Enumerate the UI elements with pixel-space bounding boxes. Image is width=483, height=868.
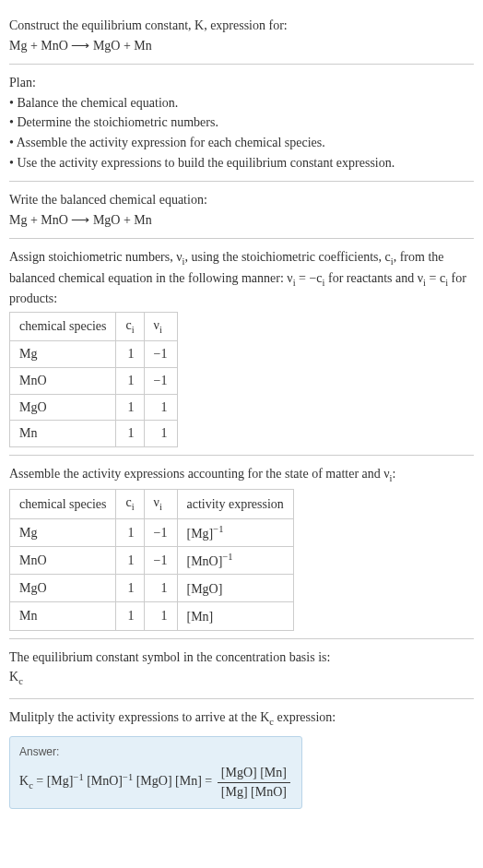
col-vi: νi bbox=[144, 490, 177, 518]
answer-mno: [MnO] bbox=[84, 774, 123, 788]
fraction-denominator: [Mg] [MnO] bbox=[218, 783, 290, 802]
answer-label: Answer: bbox=[19, 744, 292, 760]
kc-k: K bbox=[9, 670, 18, 684]
subscript-i: i bbox=[159, 502, 162, 512]
cell-species: Mn bbox=[10, 602, 116, 630]
cell-ci: 1 bbox=[116, 518, 144, 546]
cell-species: MnO bbox=[10, 546, 116, 574]
cell-vi: 1 bbox=[144, 602, 177, 630]
cell-species: MnO bbox=[10, 367, 116, 394]
cell-vi: −1 bbox=[144, 341, 177, 368]
table-header-row: chemical species ci νi activity expressi… bbox=[10, 490, 294, 518]
cell-vi: 1 bbox=[144, 421, 177, 447]
answer-expression: Kc = [Mg]−1 [MnO]−1 [MgO] [Mn] = [MgO] [… bbox=[19, 764, 292, 801]
intro-section: Construct the equilibrium constant, K, e… bbox=[9, 7, 474, 65]
answer-mg: = [Mg] bbox=[33, 774, 74, 788]
answer-section: Mulitply the activity expressions to arr… bbox=[9, 699, 474, 816]
stoich-text: Assign stoichiometric numbers, νi, using… bbox=[9, 248, 474, 308]
plan-section: Plan: • Balance the chemical equation. •… bbox=[9, 65, 474, 182]
table-row: Mg 1 −1 [Mg]−1 bbox=[10, 518, 294, 546]
cell-ci: 1 bbox=[116, 602, 144, 630]
activity-section: Assemble the activity expressions accoun… bbox=[9, 456, 474, 639]
cell-ci: 1 bbox=[116, 367, 144, 394]
intro-equation: Mg + MnO ⟶ MgO + Mn bbox=[9, 37, 474, 55]
act-exp: −1 bbox=[213, 524, 223, 534]
plan-item-2: • Determine the stoichiometric numbers. bbox=[9, 113, 474, 132]
cell-vi: −1 bbox=[144, 367, 177, 394]
col-ci: ci bbox=[116, 312, 144, 340]
plan-heading: Plan: bbox=[9, 74, 474, 92]
act-exp: −1 bbox=[222, 552, 232, 562]
stoich-text-e: for reactants and ν bbox=[324, 271, 423, 285]
table-row: MgO 1 1 [MgO] bbox=[10, 575, 294, 602]
cell-activity: [Mn] bbox=[177, 602, 293, 630]
answer-fraction: [MgO] [Mn][Mg] [MnO] bbox=[218, 764, 290, 801]
cell-vi: −1 bbox=[144, 546, 177, 574]
act-base: [Mg] bbox=[187, 526, 214, 540]
fraction-numerator: [MgO] [Mn] bbox=[218, 764, 290, 783]
cell-species: MgO bbox=[10, 394, 116, 421]
subscript-i: i bbox=[132, 502, 135, 512]
intro-text-1: Construct the equilibrium constant, K, e… bbox=[9, 18, 288, 32]
col-activity: activity expression bbox=[177, 490, 293, 518]
answer-rest: [MgO] [Mn] = bbox=[133, 774, 216, 788]
answer-box: Answer: Kc = [Mg]−1 [MnO]−1 [MgO] [Mn] =… bbox=[9, 736, 302, 809]
cell-ci: 1 bbox=[116, 421, 144, 447]
act-base: [Mn] bbox=[187, 610, 214, 624]
activity-text-a: Assemble the activity expressions accoun… bbox=[9, 467, 390, 481]
answer-k: K bbox=[19, 774, 29, 788]
cell-vi: −1 bbox=[144, 518, 177, 546]
cell-ci: 1 bbox=[116, 394, 144, 421]
cell-species: Mn bbox=[10, 421, 116, 447]
balanced-section: Write the balanced chemical equation: Mg… bbox=[9, 182, 474, 239]
subscript-i: i bbox=[159, 325, 162, 335]
col-species: chemical species bbox=[10, 490, 116, 518]
cell-species: Mg bbox=[10, 341, 116, 368]
table-row: MgO 1 1 bbox=[10, 394, 178, 421]
stoich-text-b: , using the stoichiometric coefficients,… bbox=[184, 250, 390, 264]
answer-exp2: −1 bbox=[123, 772, 133, 782]
cell-ci: 1 bbox=[116, 546, 144, 574]
stoich-section: Assign stoichiometric numbers, νi, using… bbox=[9, 239, 474, 455]
col-species: chemical species bbox=[10, 312, 116, 340]
activity-text: Assemble the activity expressions accoun… bbox=[9, 465, 474, 485]
multiply-text-a: Mulitply the activity expressions to arr… bbox=[9, 710, 269, 724]
kc-c: c bbox=[18, 676, 23, 686]
cell-species: MgO bbox=[10, 575, 116, 602]
balanced-heading: Write the balanced chemical equation: bbox=[9, 191, 474, 209]
table-row: Mg 1 −1 bbox=[10, 341, 178, 368]
plan-item-4: • Use the activity expressions to build … bbox=[9, 154, 474, 172]
stoich-text-a: Assign stoichiometric numbers, ν bbox=[9, 250, 183, 264]
stoich-table: chemical species ci νi Mg 1 −1 MnO 1 −1 … bbox=[9, 312, 178, 447]
act-base: [MnO] bbox=[187, 554, 223, 568]
act-base: [MgO] bbox=[187, 582, 223, 596]
cell-ci: 1 bbox=[116, 341, 144, 368]
table-row: Mn 1 1 [Mn] bbox=[10, 602, 294, 630]
multiply-text-b: expression: bbox=[274, 710, 336, 724]
stoich-text-d: = −c bbox=[296, 271, 323, 285]
cell-activity: [Mg]−1 bbox=[177, 518, 293, 546]
activity-text-b: : bbox=[393, 467, 396, 481]
table-row: Mn 1 1 bbox=[10, 421, 178, 447]
subscript-i: i bbox=[132, 325, 135, 335]
symbol-line2: Kc bbox=[9, 668, 474, 688]
symbol-section: The equilibrium constant symbol in the c… bbox=[9, 639, 474, 699]
plan-item-1: • Balance the chemical equation. bbox=[9, 94, 474, 113]
cell-activity: [MnO]−1 bbox=[177, 546, 293, 574]
table-row: MnO 1 −1 bbox=[10, 367, 178, 394]
col-ci: ci bbox=[116, 490, 144, 518]
activity-table: chemical species ci νi activity expressi… bbox=[9, 489, 294, 630]
cell-ci: 1 bbox=[116, 575, 144, 602]
table-header-row: chemical species ci νi bbox=[10, 312, 178, 340]
cell-vi: 1 bbox=[144, 575, 177, 602]
cell-species: Mg bbox=[10, 518, 116, 546]
table-row: MnO 1 −1 [MnO]−1 bbox=[10, 546, 294, 574]
cell-activity: [MgO] bbox=[177, 575, 293, 602]
answer-exp1: −1 bbox=[73, 772, 83, 782]
plan-item-3: • Assemble the activity expression for e… bbox=[9, 134, 474, 152]
multiply-text: Mulitply the activity expressions to arr… bbox=[9, 708, 474, 729]
intro-line1: Construct the equilibrium constant, K, e… bbox=[9, 17, 474, 35]
balanced-equation: Mg + MnO ⟶ MgO + Mn bbox=[9, 211, 474, 230]
symbol-line1: The equilibrium constant symbol in the c… bbox=[9, 648, 474, 667]
cell-vi: 1 bbox=[144, 394, 177, 421]
